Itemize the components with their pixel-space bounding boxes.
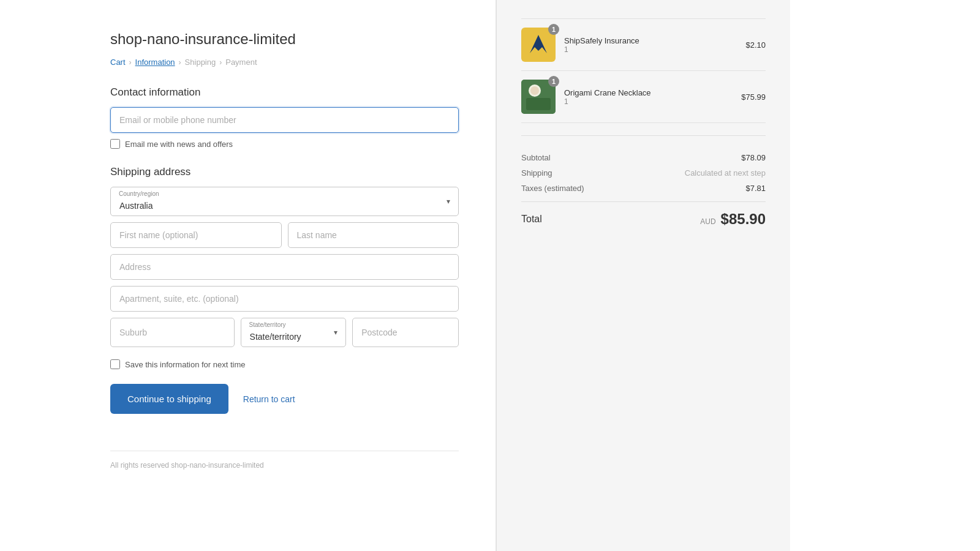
origami-image-wrapper: 1 <box>521 80 556 114</box>
item-left-shipsafely: 1 ShipSafely Insurance 1 <box>521 28 639 62</box>
email-input[interactable] <box>110 107 459 133</box>
store-title: shop-nano-insurance-limited <box>110 31 459 48</box>
origami-badge: 1 <box>548 76 559 87</box>
origami-price: $75.99 <box>741 92 766 102</box>
order-item-shipsafely: 1 ShipSafely Insurance 1 $2.10 <box>521 18 766 71</box>
subtotal-value: $78.09 <box>741 153 766 162</box>
breadcrumb-sep-2: › <box>179 58 181 67</box>
origami-qty: 1 <box>564 97 651 106</box>
first-name-input[interactable] <box>110 222 282 248</box>
newsletter-label: Email me with news and offers <box>125 140 233 149</box>
total-amount: $85.90 <box>721 211 766 228</box>
shipping-section-title: Shipping address <box>110 166 459 178</box>
last-name-input[interactable] <box>288 222 459 248</box>
state-select-wrapper: State/territory State/territory ▾ <box>241 318 347 347</box>
total-label: Total <box>521 214 542 225</box>
item-left-origami: 1 Origami Crane Necklace 1 <box>521 80 651 114</box>
email-group <box>110 107 459 133</box>
svg-rect-4 <box>526 98 551 110</box>
left-panel: shop-nano-insurance-limited Cart › Infor… <box>0 0 496 551</box>
breadcrumb-information[interactable]: Information <box>135 58 175 67</box>
suburb-state-postcode-row: State/territory State/territory ▾ <box>110 318 459 347</box>
shipsafely-image-wrapper: 1 <box>521 28 556 62</box>
breadcrumb-payment: Payment <box>225 58 257 67</box>
shipping-label: Shipping <box>521 168 552 178</box>
save-label: Save this information for next time <box>125 360 246 369</box>
total-row: Total AUD $85.90 <box>521 211 766 228</box>
shipsafely-svg <box>526 32 551 57</box>
shipsafely-badge: 1 <box>548 24 559 35</box>
shipsafely-qty: 1 <box>564 45 639 54</box>
shipping-row: Shipping Calculated at next step <box>521 168 766 178</box>
continue-to-shipping-button[interactable]: Continue to shipping <box>110 384 228 414</box>
shipping-value: Calculated at next step <box>685 168 766 178</box>
breadcrumb-shipping: Shipping <box>185 58 216 67</box>
apartment-input[interactable] <box>110 286 459 312</box>
shipsafely-info: ShipSafely Insurance 1 <box>564 36 639 54</box>
svg-point-5 <box>530 86 539 95</box>
contact-section-title: Contact information <box>110 86 459 99</box>
state-select[interactable]: State/territory <box>241 318 347 347</box>
order-summary-panel: 1 ShipSafely Insurance 1 $2.10 <box>496 0 790 551</box>
address-group <box>110 254 459 280</box>
country-select[interactable]: Australia <box>110 187 459 216</box>
taxes-value: $7.81 <box>745 184 766 193</box>
shipsafely-name: ShipSafely Insurance <box>564 36 639 45</box>
save-info-checkbox[interactable] <box>110 359 120 369</box>
suburb-input[interactable] <box>110 318 235 347</box>
summary-section: Subtotal $78.09 Shipping Calculated at n… <box>521 144 766 193</box>
newsletter-checkbox[interactable] <box>110 139 120 149</box>
postcode-input[interactable] <box>352 318 459 347</box>
footer-text: All rights reserved shop-nano-insurance-… <box>110 451 459 470</box>
breadcrumb-sep-1: › <box>129 58 132 67</box>
origami-info: Origami Crane Necklace 1 <box>564 88 651 106</box>
origami-name: Origami Crane Necklace <box>564 88 651 97</box>
breadcrumb: Cart › Information › Shipping › Payment <box>110 58 459 67</box>
country-select-wrapper: Country/region Australia ▾ <box>110 187 459 216</box>
summary-divider-bottom <box>521 201 766 202</box>
breadcrumb-cart[interactable]: Cart <box>110 58 126 67</box>
order-item-origami: 1 Origami Crane Necklace 1 $75.99 <box>521 71 766 123</box>
total-currency: AUD <box>700 217 715 226</box>
breadcrumb-sep-3: › <box>219 58 222 67</box>
actions-row: Continue to shipping Return to cart <box>110 384 459 414</box>
save-row: Save this information for next time <box>110 359 459 369</box>
shipsafely-price: $2.10 <box>745 40 766 50</box>
shipping-address-section: Shipping address Country/region Australi… <box>110 166 459 347</box>
total-right: AUD $85.90 <box>700 211 766 228</box>
taxes-label: Taxes (estimated) <box>521 184 584 193</box>
return-to-cart-link[interactable]: Return to cart <box>243 394 295 404</box>
subtotal-row: Subtotal $78.09 <box>521 153 766 162</box>
newsletter-row: Email me with news and offers <box>110 139 459 149</box>
taxes-row: Taxes (estimated) $7.81 <box>521 184 766 193</box>
name-row <box>110 222 459 248</box>
subtotal-label: Subtotal <box>521 153 551 162</box>
summary-divider-top <box>521 135 766 136</box>
order-items-list: 1 ShipSafely Insurance 1 $2.10 <box>521 18 766 123</box>
address-input[interactable] <box>110 254 459 280</box>
apartment-group <box>110 286 459 312</box>
